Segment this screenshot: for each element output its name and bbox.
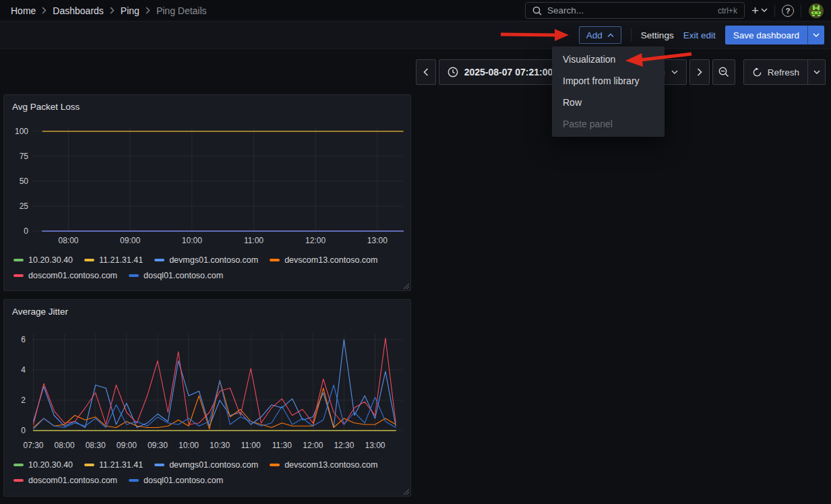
svg-text:10:00: 10:00 xyxy=(182,236,202,245)
chevron-down-icon xyxy=(813,70,820,75)
search-input[interactable]: Search... ctrl+k xyxy=(525,2,745,19)
svg-text:07:30: 07:30 xyxy=(24,441,44,450)
divider xyxy=(801,5,801,17)
top-nav-bar: Home Dashboards Ping Ping Details Search… xyxy=(0,0,831,22)
legend-item[interactable]: devscom13.contoso.com xyxy=(270,460,377,470)
svg-text:6: 6 xyxy=(21,335,26,344)
series-color-swatch xyxy=(270,259,280,261)
panel-title: Average Jitter xyxy=(12,307,68,317)
legend-item[interactable]: 10.20.30.40 xyxy=(13,255,73,265)
breadcrumb-item-ping[interactable]: Ping xyxy=(121,5,140,16)
zoom-out-time-button[interactable] xyxy=(712,59,735,85)
legend-item[interactable]: dosql01.contoso.com xyxy=(129,476,223,485)
panel-header[interactable]: Average Jitter xyxy=(4,300,410,320)
exit-edit-button[interactable]: Exit edit xyxy=(683,30,716,40)
svg-text:12:00: 12:00 xyxy=(305,236,326,245)
time-shift-forward-button[interactable] xyxy=(689,59,710,85)
breadcrumb-item-ping-details: Ping Details xyxy=(156,5,207,16)
help-icon: ? xyxy=(782,5,794,17)
svg-text:13:00: 13:00 xyxy=(367,236,388,245)
series-color-swatch xyxy=(129,479,139,482)
panel-avg-packet-loss: Avg Packet Loss 025507510008:0009:0010:0… xyxy=(3,94,411,291)
series-color-swatch xyxy=(13,274,24,277)
chart-legend: 10.20.30.40 11.21.31.41 devmgs01.contoso… xyxy=(4,249,410,282)
new-item-button[interactable]: + xyxy=(751,4,768,17)
chevron-down-icon xyxy=(813,33,820,38)
legend-label: 10.20.30.40 xyxy=(28,460,73,470)
legend-item[interactable]: devmgs01.contoso.com xyxy=(154,460,258,470)
grafana-app: Home Dashboards Ping Ping Details Search… xyxy=(0,0,831,504)
series-color-swatch xyxy=(84,259,94,261)
svg-text:10:00: 10:00 xyxy=(179,441,199,450)
svg-text:0: 0 xyxy=(21,426,26,435)
svg-text:11:00: 11:00 xyxy=(241,441,261,450)
add-button-label: Add xyxy=(586,30,603,40)
search-shortcut-hint: ctrl+k xyxy=(718,6,737,15)
user-avatar[interactable] xyxy=(808,3,824,19)
series-color-swatch xyxy=(270,464,280,466)
series-color-swatch xyxy=(13,464,24,466)
clock-icon xyxy=(448,67,458,77)
chevron-down-icon xyxy=(671,70,678,75)
menu-item-row[interactable]: Row xyxy=(552,92,665,113)
time-range-text: 2025-08-07 07:21:00 xyxy=(464,67,553,77)
series-color-swatch xyxy=(154,259,164,261)
plus-icon: + xyxy=(751,4,759,17)
legend-label: devmgs01.contoso.com xyxy=(169,255,258,265)
menu-item-import-from-library[interactable]: Import from library xyxy=(552,70,665,92)
svg-text:100: 100 xyxy=(15,127,28,136)
svg-text:11:00: 11:00 xyxy=(244,236,264,245)
svg-text:75: 75 xyxy=(20,152,29,161)
timeseries-chart-avg-packet-loss[interactable]: 025507510008:0009:0010:0011:0012:0013:00 xyxy=(8,121,408,249)
svg-text:25: 25 xyxy=(20,201,29,211)
legend-label: 11.21.31.41 xyxy=(99,255,143,265)
svg-text:50: 50 xyxy=(20,177,29,186)
panel-average-jitter: Average Jitter 024607:3008:0008:3009:000… xyxy=(3,299,411,497)
legend-item[interactable]: 11.21.31.41 xyxy=(84,255,143,265)
timeseries-chart-average-jitter[interactable]: 024607:3008:0008:3009:0009:3010:0010:301… xyxy=(8,325,408,453)
chevron-right-icon xyxy=(146,7,150,14)
svg-text:09:00: 09:00 xyxy=(120,236,140,245)
legend-label: doscom01.contoso.com xyxy=(28,476,117,485)
menu-item-visualization[interactable]: Visualization xyxy=(552,49,665,70)
svg-text:09:30: 09:30 xyxy=(148,441,168,450)
legend-item[interactable]: devscom13.contoso.com xyxy=(270,255,377,265)
breadcrumb-item-home[interactable]: Home xyxy=(11,5,36,16)
svg-text:12:00: 12:00 xyxy=(303,441,323,450)
red-arrow-annotation xyxy=(499,28,570,42)
save-dashboard-options-button[interactable] xyxy=(807,26,824,44)
add-button[interactable]: Add xyxy=(579,26,621,44)
panel-header[interactable]: Avg Packet Loss xyxy=(4,95,410,115)
refresh-icon xyxy=(752,67,762,77)
chevron-down-icon xyxy=(761,8,768,13)
legend-label: 10.20.30.40 xyxy=(28,255,73,265)
legend-item[interactable]: dosql01.contoso.com xyxy=(129,271,223,280)
refresh-interval-button[interactable] xyxy=(808,59,826,85)
legend-label: dosql01.contoso.com xyxy=(144,271,223,280)
panel-resize-handle[interactable] xyxy=(402,282,409,289)
svg-text:12:30: 12:30 xyxy=(334,441,354,450)
svg-text:08:00: 08:00 xyxy=(55,441,75,450)
legend-label: devmgs01.contoso.com xyxy=(169,460,258,470)
svg-text:08:30: 08:30 xyxy=(86,441,106,450)
help-button[interactable]: ? xyxy=(782,5,794,17)
breadcrumb-item-dashboards[interactable]: Dashboards xyxy=(53,5,104,16)
divider xyxy=(631,28,632,42)
legend-item[interactable]: devmgs01.contoso.com xyxy=(154,255,258,265)
svg-text:0: 0 xyxy=(24,226,28,236)
legend-label: devscom13.contoso.com xyxy=(284,460,377,470)
legend-label: doscom01.contoso.com xyxy=(28,271,117,280)
legend-label: devscom13.contoso.com xyxy=(284,255,377,265)
svg-text:10:30: 10:30 xyxy=(210,441,230,450)
panel-resize-handle[interactable] xyxy=(402,488,409,495)
legend-item[interactable]: doscom01.contoso.com xyxy=(13,476,117,485)
legend-item[interactable]: 10.20.30.40 xyxy=(13,460,73,470)
legend-item[interactable]: 11.21.31.41 xyxy=(84,460,143,470)
settings-button[interactable]: Settings xyxy=(641,30,674,40)
legend-item[interactable]: doscom01.contoso.com xyxy=(13,271,117,280)
refresh-button[interactable]: Refresh xyxy=(743,59,808,85)
svg-text:4: 4 xyxy=(21,365,26,375)
time-shift-back-button[interactable] xyxy=(416,59,436,85)
search-placeholder: Search... xyxy=(547,5,712,15)
save-dashboard-button[interactable]: Save dashboard xyxy=(725,26,807,44)
